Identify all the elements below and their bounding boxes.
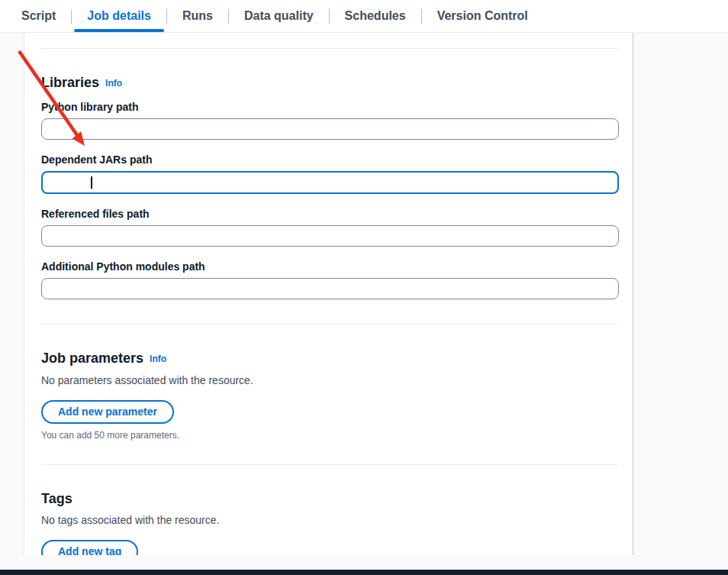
tags-section: Tags No tags associated with the resourc…	[41, 490, 617, 555]
job-parameters-empty-text: No parameters associated with the resour…	[41, 373, 617, 388]
bottom-strip	[0, 555, 728, 570]
referenced-files-path-label: Referenced files path	[41, 208, 617, 221]
tab-data-quality[interactable]: Data quality	[229, 0, 329, 32]
tab-bar: Script Job details Runs Data quality Sch…	[0, 0, 728, 33]
text-cursor	[91, 176, 92, 189]
job-parameters-section: Job parametersInfo No parameters associa…	[41, 350, 617, 441]
bottom-bar	[0, 570, 728, 575]
python-library-path-input[interactable]	[41, 118, 619, 140]
tab-schedules[interactable]: Schedules	[330, 0, 421, 32]
dependent-jars-path-label: Dependent JARs path	[41, 153, 617, 166]
libraries-title: LibrariesInfo	[41, 74, 617, 92]
job-parameters-helper-text: You can add 50 more parameters.	[41, 430, 617, 441]
tab-label: Runs	[182, 9, 213, 23]
libraries-section: LibrariesInfo Python library path Depend…	[41, 74, 617, 299]
section-divider	[41, 48, 617, 49]
additional-python-modules-path-label: Additional Python modules path	[41, 260, 617, 273]
python-library-path-label: Python library path	[41, 101, 617, 114]
tab-label: Schedules	[345, 9, 406, 23]
tags-title: Tags	[41, 490, 617, 507]
additional-python-modules-path-input[interactable]	[41, 278, 619, 299]
libraries-info-link[interactable]: Info	[105, 78, 122, 89]
tab-runs[interactable]: Runs	[167, 0, 228, 32]
tab-label: Job details	[87, 9, 151, 23]
job-parameters-title: Job parametersInfo	[41, 350, 617, 367]
section-divider	[41, 464, 617, 465]
dependent-jars-path-field	[41, 171, 617, 194]
dependent-jars-path-input[interactable]	[41, 171, 619, 194]
tab-label: Version Control	[437, 9, 528, 23]
content-panel: LibrariesInfo Python library path Depend…	[24, 33, 633, 555]
add-new-tag-button[interactable]: Add new tag	[41, 540, 138, 555]
tab-script[interactable]: Script	[6, 0, 71, 32]
section-divider	[41, 324, 617, 325]
tab-job-details[interactable]: Job details	[72, 0, 166, 32]
tab-label: Script	[21, 9, 56, 23]
referenced-files-path-input[interactable]	[41, 225, 619, 247]
tab-version-control[interactable]: Version Control	[422, 0, 543, 32]
tab-label: Data quality	[244, 9, 314, 23]
job-details-page: Script Job details Runs Data quality Sch…	[0, 0, 728, 575]
add-new-parameter-button[interactable]: Add new parameter	[41, 400, 174, 424]
job-parameters-info-link[interactable]: Info	[150, 354, 166, 364]
tags-empty-text: No tags associated with the resource.	[41, 512, 617, 528]
